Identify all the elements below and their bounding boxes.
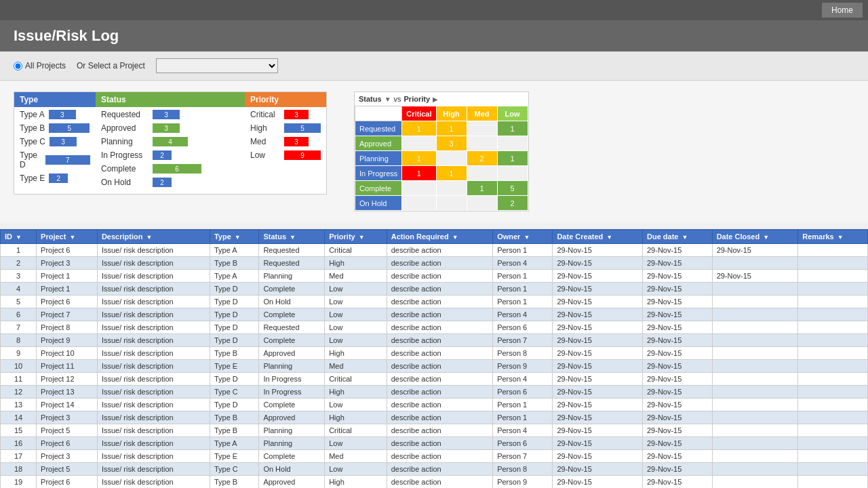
- type-label: Type A: [20, 110, 45, 119]
- table-cell: describe action: [387, 411, 492, 424]
- table-cell: Person 6: [493, 321, 553, 334]
- status-bar: 3: [153, 123, 180, 133]
- col-header[interactable]: ID ▼: [1, 230, 37, 244]
- col-header[interactable]: Due date ▼: [642, 230, 712, 244]
- table-cell: describe action: [387, 450, 492, 463]
- sort-icon: ▼: [69, 234, 75, 241]
- matrix-cell: [467, 121, 497, 136]
- table-cell: Issue/ risk description: [97, 244, 210, 257]
- table-cell: Issue/ risk description: [97, 347, 210, 360]
- table-cell: describe action: [387, 334, 492, 347]
- table-cell: Complete: [259, 450, 325, 463]
- matrix-dropdown-icon[interactable]: ▼: [384, 96, 391, 103]
- all-projects-radio-label[interactable]: All Projects: [14, 61, 66, 70]
- matrix-cell: [436, 181, 467, 196]
- priority-label: Low: [250, 150, 280, 160]
- table-cell: 29-Nov-15: [553, 244, 643, 257]
- table-cell: 29-Nov-15: [553, 411, 643, 424]
- col-header[interactable]: Priority ▼: [325, 230, 387, 244]
- matrix-cell: 1: [402, 166, 436, 181]
- table-cell: 5: [1, 296, 37, 308]
- table-cell: Type B: [210, 424, 258, 437]
- table-cell: Planning: [259, 360, 325, 373]
- all-projects-radio[interactable]: [14, 62, 22, 70]
- table-cell: describe action: [387, 476, 492, 489]
- table-cell: 29-Nov-15: [553, 399, 643, 411]
- table-cell: Requested: [259, 244, 325, 257]
- col-header[interactable]: Date Created ▼: [553, 230, 643, 244]
- table-cell: Person 6: [493, 386, 553, 399]
- col-med: Med: [467, 106, 497, 121]
- col-header[interactable]: Action Required ▼: [387, 230, 492, 244]
- matrix-cell: 1: [497, 151, 528, 166]
- matrix-cell: 1: [436, 166, 467, 181]
- table-cell: Issue/ risk description: [97, 386, 210, 399]
- table-cell: Issue/ risk description: [97, 373, 210, 386]
- table-cell: describe action: [387, 321, 492, 334]
- table-cell: Low: [325, 296, 387, 308]
- table-cell: 29-Nov-15: [553, 463, 643, 476]
- table-cell: describe action: [387, 270, 492, 283]
- table-cell: High: [325, 386, 387, 399]
- matrix-row-label: On Hold: [355, 196, 402, 211]
- home-button[interactable]: Home: [822, 3, 863, 18]
- table-cell: 29-Nov-15: [642, 283, 712, 296]
- table-cell: Issue/ risk description: [97, 296, 210, 308]
- status-bar: 2: [153, 178, 172, 187]
- priority-header: Priority: [245, 92, 326, 107]
- table-cell: 17: [1, 450, 37, 463]
- table-cell: [798, 321, 868, 334]
- status-label: Approved: [101, 123, 149, 133]
- matrix-cell: 1: [402, 151, 436, 166]
- type-header: Type: [14, 92, 96, 107]
- col-header[interactable]: Remarks ▼: [798, 230, 868, 244]
- priority-row: High 5: [250, 123, 321, 133]
- table-row: 2Project 3Issue/ risk descriptionType BR…: [1, 257, 868, 270]
- priority-bar: 3: [284, 110, 309, 119]
- table-cell: 15: [1, 424, 37, 437]
- col-header[interactable]: Status ▼: [259, 230, 325, 244]
- table-cell: Type B: [210, 411, 258, 424]
- table-row: 16Project 6Issue/ risk descriptionType A…: [1, 437, 868, 450]
- table-cell: 29-Nov-15: [642, 244, 712, 257]
- type-label: Type C: [20, 137, 45, 146]
- col-header[interactable]: Owner ▼: [493, 230, 553, 244]
- table-row: 1Project 6Issue/ risk descriptionType AR…: [1, 244, 868, 257]
- status-bar: 6: [153, 164, 201, 174]
- type-row: Type A 3: [20, 110, 90, 119]
- data-table: ID ▼Project ▼Description ▼Type ▼Status ▼…: [0, 229, 868, 488]
- table-cell: Person 1: [493, 296, 553, 308]
- table-cell: 29-Nov-15: [553, 437, 643, 450]
- col-header[interactable]: Project ▼: [37, 230, 98, 244]
- table-cell: [798, 308, 868, 321]
- matrix-cell: [467, 136, 497, 151]
- page-title: Issue/Risk Log: [0, 20, 868, 52]
- table-cell: 29-Nov-15: [642, 450, 712, 463]
- matrix-row: On Hold2: [355, 196, 528, 211]
- matrix-cell: 1: [467, 181, 497, 196]
- top-bar: Home: [0, 0, 868, 20]
- status-row: In Progress 2: [101, 150, 239, 160]
- priority-bar: 5: [284, 123, 321, 133]
- table-row: 7Project 8Issue/ risk descriptionType DR…: [1, 321, 868, 334]
- table-cell: [712, 308, 798, 321]
- table-cell: Med: [325, 270, 387, 283]
- table-cell: [798, 257, 868, 270]
- matrix-cell: [497, 136, 528, 151]
- table-cell: describe action: [387, 308, 492, 321]
- table-cell: On Hold: [259, 296, 325, 308]
- col-header[interactable]: Date Closed ▼: [712, 230, 798, 244]
- table-cell: Issue/ risk description: [97, 450, 210, 463]
- table-cell: [712, 476, 798, 489]
- table-row: 18Project 5Issue/ risk descriptionType C…: [1, 463, 868, 476]
- table-cell: Requested: [259, 257, 325, 270]
- table-cell: Low: [325, 321, 387, 334]
- col-header[interactable]: Type ▼: [210, 230, 258, 244]
- table-cell: [798, 360, 868, 373]
- table-cell: Low: [325, 437, 387, 450]
- project-select[interactable]: [156, 58, 278, 73]
- table-cell: Planning: [259, 270, 325, 283]
- matrix-cell: [497, 166, 528, 181]
- table-cell: Issue/ risk description: [97, 411, 210, 424]
- col-header[interactable]: Description ▼: [97, 230, 210, 244]
